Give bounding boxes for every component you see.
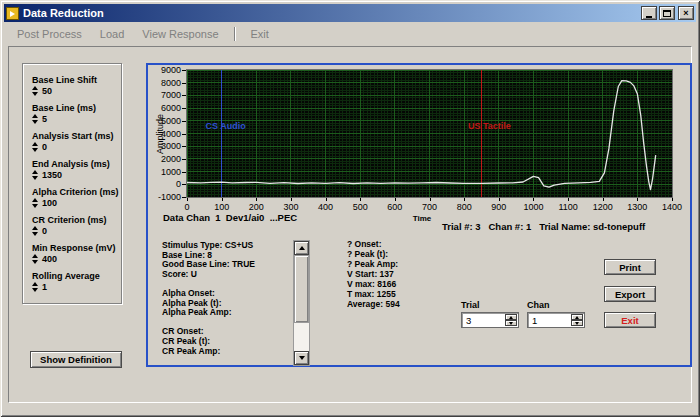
x-tick-mark: [430, 198, 431, 201]
window-title: Data Reduction: [23, 7, 639, 19]
arrow-down-icon: [299, 356, 305, 360]
param-field: Rolling Average1: [32, 271, 121, 299]
trial-info-label: Trial #: 3 Chan #: 1 Trial Name: sd-tone…: [442, 221, 645, 232]
print-button[interactable]: Print: [604, 259, 656, 275]
stats-right-line: V max: 8166: [347, 279, 400, 289]
chan-decrement-button[interactable]: [571, 320, 583, 326]
arrow-up-icon: [32, 282, 38, 286]
arrow-up-icon: [32, 142, 38, 146]
arrow-up-icon: [299, 246, 305, 250]
cs-audio-marker-label: CS Audio: [206, 121, 247, 131]
param-field-input[interactable]: 1350: [32, 170, 121, 180]
increment-decrement-icon[interactable]: [32, 226, 38, 236]
param-field: End Analysis (ms)1350: [32, 159, 121, 187]
stats-right-line: ? Peak Amp:: [347, 259, 400, 269]
scrollbar-up-button[interactable]: [294, 241, 309, 255]
param-field-label: Base Line (ms): [32, 103, 121, 113]
y-tick-mark: [182, 146, 186, 147]
maximize-button[interactable]: [659, 6, 675, 20]
arrow-down-icon: [32, 148, 38, 152]
param-field-input[interactable]: 0: [32, 226, 121, 236]
x-tick-mark: [360, 198, 361, 201]
arrow-down-icon: [32, 260, 38, 264]
show-definition-button[interactable]: Show Definition: [30, 351, 122, 368]
x-tick-mark: [568, 198, 569, 201]
param-field-value: 0: [42, 142, 47, 152]
arrow-down-icon: [32, 232, 38, 236]
y-tick-mark: [182, 83, 186, 84]
arrow-down-icon: [32, 288, 38, 292]
arrow-down-icon: [575, 322, 579, 325]
exit-button[interactable]: Exit: [604, 312, 656, 328]
increment-decrement-icon[interactable]: [32, 170, 38, 180]
param-field-input[interactable]: 0: [32, 142, 121, 152]
param-field-label: Rolling Average: [32, 271, 121, 281]
parameters-panel: Base Line Shift50Base Line (ms)5Analysis…: [22, 63, 122, 304]
export-button[interactable]: Export: [604, 286, 656, 302]
stats-right-line: Average: 594: [347, 299, 400, 309]
scrollbar-thumb[interactable]: [294, 255, 309, 323]
main-panel: Amplitude CS AudioUS Tactile Data Chan 1…: [146, 63, 692, 367]
arrow-up-icon: [575, 316, 579, 319]
arrow-down-icon: [32, 176, 38, 180]
param-field-value: 400: [42, 254, 57, 264]
arrow-up-icon: [32, 114, 38, 118]
stats-right-line: ? Onset:: [347, 239, 400, 249]
increment-decrement-icon[interactable]: [32, 198, 38, 208]
stats-left-line: CR Peak Amp:: [162, 347, 255, 357]
y-tick-mark: [182, 121, 186, 122]
arrow-down-icon: [32, 120, 38, 124]
labview-app-icon: [6, 7, 19, 20]
x-tick-mark: [187, 198, 188, 201]
trial-decrement-button[interactable]: [505, 320, 517, 326]
param-field-value: 50: [42, 86, 52, 96]
param-field: Base Line (ms)5: [32, 103, 121, 131]
x-tick-mark: [222, 198, 223, 201]
arrow-down-icon: [509, 322, 513, 325]
chan-input[interactable]: 1: [527, 312, 585, 328]
param-field-value: 5: [42, 114, 47, 124]
param-field-label: End Analysis (ms): [32, 159, 121, 169]
param-field-input[interactable]: 1: [32, 282, 121, 292]
increment-decrement-icon[interactable]: [32, 142, 38, 152]
trial-input[interactable]: 3: [461, 312, 519, 328]
x-tick-mark: [603, 198, 604, 201]
param-field-label: Analysis Start (ms): [32, 131, 121, 141]
param-field-value: 0: [42, 226, 47, 236]
y-tick-mark: [182, 184, 186, 185]
minimize-icon: [646, 16, 652, 18]
menu-item-post-process[interactable]: Post Process: [8, 25, 91, 43]
x-tick-mark: [464, 198, 465, 201]
arrow-up-icon: [32, 198, 38, 202]
param-field-input[interactable]: 5: [32, 114, 121, 124]
title-bar: Data Reduction ×: [4, 4, 696, 22]
x-tick-mark: [291, 198, 292, 201]
increment-decrement-icon[interactable]: [32, 254, 38, 264]
param-field-input[interactable]: 400: [32, 254, 121, 264]
close-button[interactable]: ×: [678, 6, 694, 20]
param-field-input[interactable]: 50: [32, 86, 121, 96]
param-field-input[interactable]: 100: [32, 198, 121, 208]
increment-decrement-icon[interactable]: [32, 86, 38, 96]
stats-right-line: ? Peak (t):: [347, 249, 400, 259]
y-tick-label: 6000: [148, 103, 181, 113]
increment-decrement-icon[interactable]: [32, 282, 38, 292]
increment-decrement-icon[interactable]: [32, 114, 38, 124]
x-tick-mark: [672, 198, 673, 201]
trial-label: Trial: [461, 300, 519, 310]
stats-scrollbar[interactable]: [293, 240, 310, 366]
menu-bar: Post ProcessLoadView ResponseExit: [4, 22, 696, 45]
menu-item-view-response[interactable]: View Response: [133, 25, 227, 43]
maximize-icon: [663, 10, 671, 17]
x-tick-label: 1400: [652, 202, 692, 212]
minimize-button[interactable]: [641, 6, 657, 20]
stats-text-left: Stimulus Type: CS+USBase Line: 8Good Bas…: [162, 241, 255, 356]
menu-separator: [234, 27, 236, 41]
menu-item-exit[interactable]: Exit: [242, 25, 278, 43]
stats-right-line: T max: 1255: [347, 289, 400, 299]
scrollbar-down-button[interactable]: [294, 351, 309, 365]
x-tick-mark: [326, 198, 327, 201]
arrow-up-icon: [509, 316, 513, 319]
y-tick-label: 4000: [148, 129, 181, 139]
menu-item-load[interactable]: Load: [91, 25, 133, 43]
